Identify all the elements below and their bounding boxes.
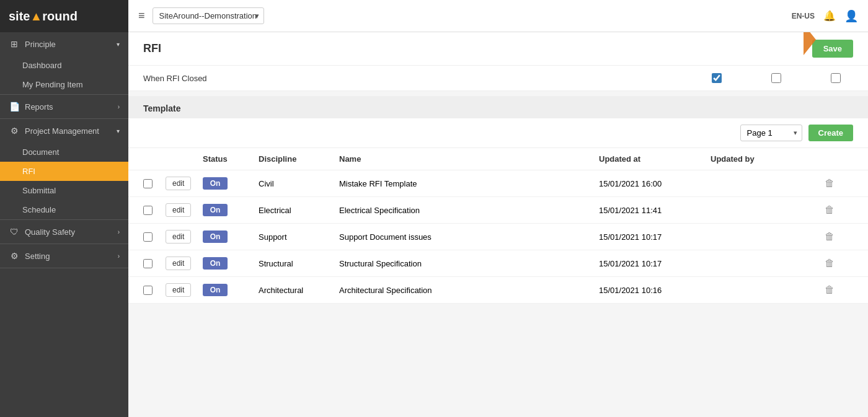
- page-header: RFI Save: [128, 32, 868, 66]
- edit-button-1[interactable]: edit: [166, 177, 191, 190]
- table-row: edit On Electrical Electrical Specificat…: [128, 197, 868, 224]
- row-checkbox-cell: [143, 286, 166, 295]
- row-checkbox-2[interactable]: [143, 206, 153, 215]
- topbar: ≡ SiteAround--Demonstration EN-US 🔔 👤: [128, 0, 868, 32]
- logo-arrow: ▲: [30, 9, 42, 23]
- discipline-3: Support: [259, 232, 287, 242]
- hamburger-icon[interactable]: ≡: [138, 9, 145, 22]
- sidebar-item-reports[interactable]: 📄 Reports ›: [0, 95, 128, 118]
- delete-button-2[interactable]: 🗑: [822, 204, 837, 216]
- row-discipline-cell: Electrical: [259, 206, 339, 215]
- row-updated-at-cell: 15/01/2021 10:17: [599, 232, 711, 242]
- col-actions: [822, 154, 853, 164]
- sidebar-item-project-management[interactable]: ⚙ Project Management ▾: [0, 119, 128, 143]
- sidebar-item-submittal[interactable]: Submittal: [0, 181, 128, 200]
- sidebar-rfi-label: RFI: [22, 167, 35, 176]
- col-checkbox: [143, 154, 166, 164]
- create-button[interactable]: Create: [808, 125, 853, 141]
- sidebar-setting-label: Setting: [25, 252, 50, 261]
- rfi-checkbox-1[interactable]: [712, 73, 722, 83]
- col-updated-at: Updated at: [599, 154, 711, 164]
- pm-chevron: ▾: [117, 128, 120, 134]
- rfi-checkboxes: [712, 73, 841, 83]
- row-checkbox-1[interactable]: [143, 179, 153, 188]
- name-4: Structural Specification: [339, 259, 422, 268]
- page-title: RFI: [143, 42, 161, 55]
- sidebar-document-label: Document: [22, 147, 59, 157]
- row-delete-cell: 🗑: [822, 258, 853, 269]
- edit-button-4[interactable]: edit: [166, 257, 191, 270]
- row-discipline-cell: Civil: [259, 179, 339, 188]
- row-updated-at-cell: 15/01/2021 10:16: [599, 286, 711, 295]
- page-select[interactable]: Page 1: [740, 125, 802, 141]
- sidebar-item-document[interactable]: Document: [0, 143, 128, 162]
- sidebar-section-principle: ⊞ Principle ▾ Dashboard My Pending Item: [0, 32, 128, 95]
- row-delete-cell: 🗑: [822, 284, 853, 296]
- delete-button-4[interactable]: 🗑: [822, 258, 837, 269]
- discipline-5: Architectural: [259, 286, 303, 295]
- table-row: edit On Support Support Document issues …: [128, 224, 868, 250]
- row-checkbox-5[interactable]: [143, 286, 153, 295]
- row-name-cell: Electrical Specification: [339, 206, 599, 215]
- sidebar-item-rfi[interactable]: RFI: [0, 162, 128, 181]
- site-selector[interactable]: SiteAround--Demonstration: [153, 7, 264, 24]
- sidebar-schedule-label: Schedule: [22, 205, 56, 214]
- row-discipline-cell: Architectural: [259, 286, 339, 295]
- rfi-checkbox-2[interactable]: [771, 73, 781, 83]
- sidebar-item-my-pending[interactable]: My Pending Item: [0, 75, 128, 94]
- row-discipline-cell: Support: [259, 232, 339, 242]
- row-checkbox-cell: [143, 179, 166, 188]
- sidebar-section-reports: 📄 Reports ›: [0, 95, 128, 119]
- discipline-2: Electrical: [259, 206, 291, 215]
- sidebar-dashboard-label: Dashboard: [22, 61, 62, 70]
- notification-bell-icon[interactable]: 🔔: [823, 10, 836, 22]
- rfi-closed-row: When RFI Closed: [128, 66, 868, 91]
- status-badge-3: On: [203, 230, 228, 243]
- delete-button-3[interactable]: 🗑: [822, 231, 837, 242]
- project-management-icon: ⚙: [9, 125, 20, 136]
- row-checkbox-3[interactable]: [143, 232, 153, 242]
- sidebar-qs-label: Quality Safety: [25, 227, 75, 237]
- updated-at-4: 15/01/2021 10:17: [599, 259, 662, 268]
- logo: site▲round: [0, 0, 128, 32]
- setting-chevron: ›: [118, 253, 120, 260]
- edit-button-5[interactable]: edit: [166, 283, 191, 297]
- row-delete-cell: 🗑: [822, 231, 853, 242]
- sidebar-item-setting[interactable]: ⚙ Setting ›: [0, 244, 128, 268]
- template-section-header: Template: [128, 96, 868, 118]
- row-edit-cell: edit: [166, 203, 203, 217]
- row-updated-at-cell: 15/01/2021 16:00: [599, 179, 711, 188]
- row-delete-cell: 🗑: [822, 204, 853, 216]
- row-checkbox-4[interactable]: [143, 259, 153, 268]
- row-name-cell: Architectural Specification: [339, 286, 599, 295]
- edit-button-2[interactable]: edit: [166, 203, 191, 217]
- delete-button-1[interactable]: 🗑: [822, 178, 837, 189]
- sidebar-item-schedule[interactable]: Schedule: [0, 200, 128, 219]
- status-badge-5: On: [203, 284, 228, 296]
- row-status-cell: On: [203, 257, 259, 270]
- topbar-right: EN-US 🔔 👤: [792, 9, 858, 23]
- discipline-4: Structural: [259, 259, 293, 268]
- sidebar-my-pending-label: My Pending Item: [22, 80, 83, 89]
- sidebar-item-quality-safety[interactable]: 🛡 Quality Safety ›: [0, 220, 128, 244]
- delete-button-5[interactable]: 🗑: [822, 284, 837, 296]
- template-controls: Page 1 Create: [128, 118, 868, 148]
- logo-text: site▲round: [9, 9, 78, 24]
- row-updated-at-cell: 15/01/2021 11:41: [599, 206, 711, 215]
- row-edit-cell: edit: [166, 283, 203, 297]
- row-name-cell: Support Document issues: [339, 232, 599, 242]
- row-updated-at-cell: 15/01/2021 10:17: [599, 259, 711, 268]
- table-row: edit On Civil Mistake RFI Template 15/01…: [128, 170, 868, 197]
- language-selector[interactable]: EN-US: [792, 12, 815, 20]
- rfi-checkbox-3[interactable]: [831, 73, 841, 83]
- discipline-1: Civil: [259, 179, 274, 188]
- col-status: Status: [203, 154, 259, 164]
- sidebar-item-principle[interactable]: ⊞ Principle ▾: [0, 32, 128, 56]
- sidebar-pm-label: Project Management: [25, 126, 99, 136]
- name-3: Support Document issues: [339, 232, 432, 242]
- rfi-closed-label: When RFI Closed: [143, 74, 207, 83]
- edit-button-3[interactable]: edit: [166, 230, 191, 244]
- row-status-cell: On: [203, 204, 259, 216]
- sidebar-item-dashboard[interactable]: Dashboard: [0, 56, 128, 75]
- user-avatar-icon[interactable]: 👤: [844, 9, 858, 23]
